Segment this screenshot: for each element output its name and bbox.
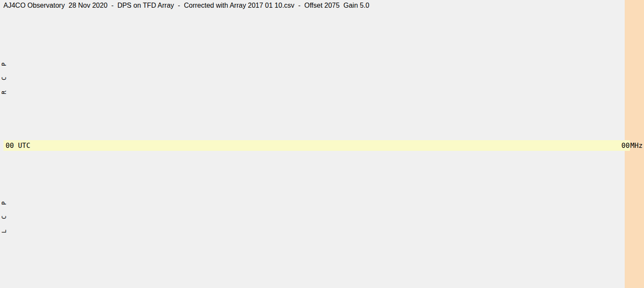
lcp-spectrogram [9, 151, 625, 279]
time-axis-origin-label: 00 UTC [6, 140, 30, 151]
rcp-spectrogram [9, 12, 625, 140]
time-axis-end-label: 00 [620, 140, 632, 151]
rcp-axis-label: R C P [0, 45, 8, 109]
time-axis: 00 UTC 00 [3, 140, 630, 151]
lcp-axis-label: L C P [0, 183, 8, 248]
spectrograph-window: AJ4CO Observatory 28 Nov 2020 - DPS on T… [0, 0, 644, 288]
title-bar: AJ4CO Observatory 28 Nov 2020 - DPS on T… [0, 0, 625, 12]
mhz-unit-label: MHz [630, 140, 643, 151]
page-title: AJ4CO Observatory 28 Nov 2020 - DPS on T… [3, 2, 369, 9]
